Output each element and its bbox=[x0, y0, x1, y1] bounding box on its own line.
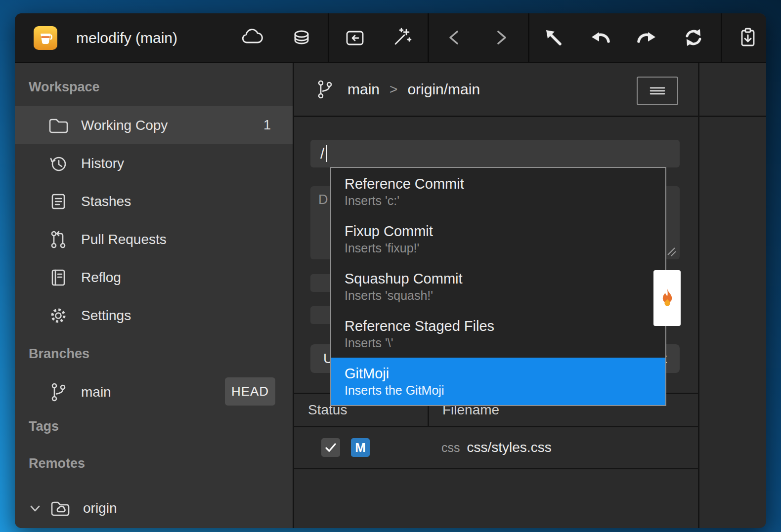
folder-icon bbox=[47, 115, 69, 136]
chevron-down-icon[interactable] bbox=[27, 500, 43, 517]
titlebar-separator bbox=[528, 13, 529, 62]
autocomplete-item-subtitle: Inserts 'fixup!' bbox=[345, 241, 665, 255]
back-icon[interactable] bbox=[442, 25, 467, 50]
autocomplete-item-subtitle: Inserts the GitMoji bbox=[345, 383, 665, 398]
window-title: melodify (main) bbox=[76, 13, 177, 63]
autocomplete-item-subtitle: Inserts 'squash!' bbox=[345, 288, 665, 303]
autocomplete-item-title: Reference Staged Files bbox=[345, 318, 665, 334]
resize-handle-icon[interactable] bbox=[666, 246, 677, 257]
sidebar-item-working-copy[interactable]: Working Copy 1 bbox=[15, 106, 293, 144]
sidebar-item-reflog[interactable]: Reflog bbox=[15, 258, 293, 296]
reflog-icon bbox=[47, 267, 69, 288]
autocomplete-item-fixup-commit[interactable]: Fixup Commit Inserts 'fixup!' bbox=[331, 215, 665, 263]
status-badge: M bbox=[351, 438, 370, 457]
sidebar: Workspace Working Copy 1 History bbox=[15, 63, 293, 528]
sidebar-item-label: History bbox=[81, 156, 124, 171]
file-type-label: css bbox=[441, 441, 460, 455]
text-caret bbox=[326, 145, 327, 162]
sidebar-item-label: Settings bbox=[81, 308, 131, 324]
titlebar-separator bbox=[428, 13, 429, 62]
cloud-icon[interactable] bbox=[240, 25, 264, 50]
current-branch-label: main bbox=[347, 81, 380, 98]
sync-icon[interactable] bbox=[681, 25, 706, 50]
forward-icon[interactable] bbox=[488, 25, 513, 50]
sidebar-item-remote-origin[interactable]: origin bbox=[15, 489, 293, 527]
stage-checkbox[interactable] bbox=[321, 438, 340, 457]
table-row[interactable]: M css css/styles.css bbox=[294, 427, 698, 469]
commit-summary-input[interactable]: / bbox=[310, 140, 680, 167]
pull-icon[interactable] bbox=[588, 25, 613, 50]
gear-icon bbox=[47, 305, 69, 327]
sidebar-item-settings[interactable]: Settings bbox=[15, 296, 293, 334]
app-icon bbox=[34, 26, 57, 50]
stash-icon[interactable] bbox=[736, 25, 760, 50]
upstream-branch-label: origin/main bbox=[407, 81, 480, 98]
sidebar-item-label: Reflog bbox=[81, 270, 121, 286]
branch-menu-button[interactable] bbox=[637, 77, 678, 105]
autocomplete-item-gitmoji[interactable]: GitMoji Inserts the GitMoji bbox=[331, 358, 665, 405]
fetch-icon[interactable] bbox=[541, 25, 566, 50]
branch-icon bbox=[47, 381, 69, 403]
autocomplete-dropdown: Reference Commit Inserts 'c:' Fixup Comm… bbox=[330, 167, 666, 406]
branch-bar: main > origin/main bbox=[294, 63, 698, 117]
autocomplete-item-reference-commit[interactable]: Reference Commit Inserts 'c:' bbox=[331, 168, 665, 215]
gitmoji-preview bbox=[653, 270, 681, 326]
sidebar-item-pull-requests[interactable]: Pull Requests bbox=[15, 220, 293, 258]
head-badge: HEAD bbox=[225, 377, 275, 406]
autocomplete-item-title: GitMoji bbox=[345, 366, 665, 382]
titlebar-separator bbox=[721, 13, 722, 62]
sidebar-item-label: Working Copy bbox=[81, 118, 168, 133]
sidebar-section-remotes: Remotes bbox=[29, 456, 85, 471]
autocomplete-item-title: Reference Commit bbox=[345, 176, 665, 192]
breadcrumb-separator: > bbox=[390, 82, 397, 97]
autocomplete-item-reference-staged-files[interactable]: Reference Staged Files Inserts '\' bbox=[331, 310, 665, 358]
sidebar-section-tags: Tags bbox=[29, 419, 59, 434]
commit-summary-value: / bbox=[320, 145, 324, 162]
flame-emoji bbox=[655, 286, 680, 311]
right-panel-divider bbox=[698, 63, 699, 528]
file-name: css/styles.css bbox=[467, 440, 552, 455]
stashes-icon bbox=[47, 191, 69, 212]
autocomplete-item-title: Squashup Commit bbox=[345, 271, 665, 287]
repo-icon[interactable] bbox=[343, 25, 367, 50]
sidebar-item-branch-main[interactable]: main HEAD bbox=[15, 373, 293, 411]
autocomplete-item-squashup-commit[interactable]: Squashup Commit Inserts 'squash!' bbox=[331, 263, 665, 310]
remote-folder-icon bbox=[49, 497, 71, 519]
menu-icon bbox=[649, 82, 666, 100]
app-window: melodify (main) bbox=[15, 13, 766, 528]
sidebar-item-label: Pull Requests bbox=[81, 232, 167, 247]
push-icon[interactable] bbox=[634, 25, 659, 50]
history-icon bbox=[47, 153, 69, 174]
autocomplete-item-subtitle: Inserts '\' bbox=[345, 336, 665, 350]
sidebar-item-history[interactable]: History bbox=[15, 144, 293, 182]
sidebar-item-label: main bbox=[81, 384, 111, 400]
branch-icon bbox=[314, 79, 336, 100]
commit-description-text: D bbox=[318, 192, 328, 207]
sidebar-item-label: origin bbox=[83, 500, 117, 516]
sidebar-item-stashes[interactable]: Stashes bbox=[15, 182, 293, 220]
sidebar-section-branches: Branches bbox=[29, 346, 89, 362]
right-panel-header bbox=[699, 63, 766, 117]
autocomplete-item-title: Fixup Commit bbox=[345, 223, 665, 240]
checkmark-icon bbox=[324, 441, 337, 454]
titlebar: melodify (main) bbox=[15, 13, 766, 63]
drive-icon[interactable] bbox=[289, 25, 314, 50]
titlebar-separator bbox=[328, 13, 329, 62]
sidebar-item-label: Stashes bbox=[81, 194, 131, 209]
pull-request-icon bbox=[47, 229, 69, 250]
working-copy-count-badge: 1 bbox=[263, 118, 271, 133]
wand-icon[interactable] bbox=[390, 25, 414, 50]
sidebar-section-workspace: Workspace bbox=[29, 80, 100, 95]
autocomplete-item-subtitle: Inserts 'c:' bbox=[345, 194, 665, 208]
